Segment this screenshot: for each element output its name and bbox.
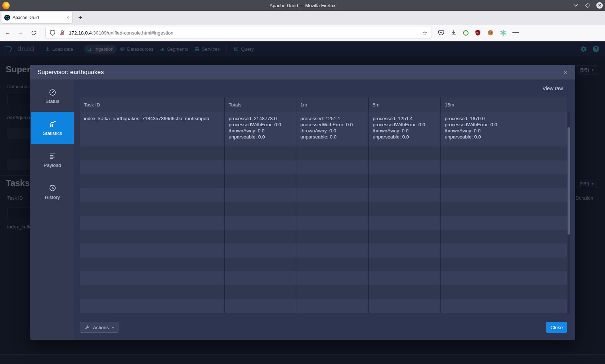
url-bar[interactable]: 172.18.0.4:30109/unified-console.html#in…	[45, 27, 431, 39]
tab-favicon	[4, 15, 10, 21]
menu-item-payload[interactable]: Payload	[31, 144, 74, 176]
history-icon	[49, 184, 57, 192]
downloads-icon[interactable]	[451, 29, 457, 36]
empty-cell	[224, 271, 296, 285]
scrollbar-thumb[interactable]	[568, 127, 570, 235]
table-row-empty	[80, 188, 567, 202]
empty-cell	[440, 244, 567, 258]
dialog-content: View raw Task ID Totals 1m 5m 15m index_…	[74, 80, 575, 340]
view-raw-link[interactable]: View raw	[542, 86, 563, 91]
empty-cell	[368, 271, 440, 285]
empty-cell	[296, 271, 368, 285]
empty-cell	[368, 146, 440, 160]
bookmark-star-icon[interactable]: ☆	[422, 29, 427, 36]
empty-cell	[440, 146, 567, 160]
empty-cell	[80, 160, 224, 174]
menu-icon[interactable]	[512, 29, 519, 36]
empty-cell	[368, 299, 440, 313]
empty-cell	[224, 258, 296, 272]
privacy-badger-icon[interactable]	[463, 30, 469, 36]
empty-cell	[440, 160, 567, 174]
menu-item-history[interactable]: History	[31, 176, 74, 208]
forward-icon[interactable]: →	[15, 27, 26, 38]
empty-cell	[368, 258, 440, 272]
empty-cell	[296, 216, 368, 230]
empty-cell	[440, 216, 567, 230]
empty-cell	[224, 285, 296, 299]
dialog-side-menu: Status Statistics Payload	[31, 80, 74, 340]
insecure-lock-icon[interactable]	[59, 29, 66, 36]
task-id-cell[interactable]: index_kafka_earthquakes_7184357396d6c0a_…	[80, 112, 224, 146]
chart-icon	[49, 120, 57, 128]
empty-cell	[296, 258, 368, 272]
stats-5m-cell: processed: 1251.4 processedWithError: 0.…	[368, 112, 440, 146]
pocket-icon[interactable]	[438, 29, 444, 36]
table-row-empty	[80, 299, 567, 313]
stats-table: Task ID Totals 1m 5m 15m index_kafka_ear…	[80, 97, 567, 313]
dialog-footer: Actions ▾ Close	[80, 322, 567, 333]
empty-cell	[368, 160, 440, 174]
window-close-icon[interactable]: ✕	[596, 2, 603, 9]
druid-app: druid Load data Ingestion Datasources	[0, 41, 605, 364]
empty-cell	[80, 202, 224, 216]
column-header-15m[interactable]: 15m	[440, 97, 567, 112]
empty-cell	[368, 285, 440, 299]
empty-cell	[440, 258, 567, 272]
empty-cell	[440, 188, 567, 202]
empty-cell	[80, 299, 224, 313]
svg-text:uO: uO	[476, 31, 479, 34]
reload-icon[interactable]	[28, 27, 39, 38]
column-header-task-id[interactable]: Task ID	[80, 97, 224, 112]
tab-apache-druid[interactable]: Apache Druid ×	[1, 12, 72, 23]
maximize-icon[interactable]	[584, 2, 591, 9]
column-header-1m[interactable]: 1m	[296, 97, 368, 112]
containers-icon[interactable]	[500, 29, 506, 36]
empty-cell	[368, 174, 440, 188]
actions-button[interactable]: Actions ▾	[80, 322, 118, 333]
cookie-icon[interactable]	[487, 29, 494, 36]
menu-item-label: History	[45, 195, 60, 200]
column-header-5m[interactable]: 5m	[368, 97, 440, 112]
url-host: 172.18.0.4	[69, 30, 92, 36]
table-row-empty	[80, 258, 567, 272]
ublock-icon[interactable]: uO	[475, 29, 481, 36]
empty-cell	[224, 160, 296, 174]
table-row-empty	[80, 244, 567, 258]
empty-cell	[296, 202, 368, 216]
empty-cell	[224, 146, 296, 160]
empty-cell	[80, 258, 224, 272]
table-row-empty	[80, 285, 567, 299]
shield-icon[interactable]	[49, 29, 56, 36]
menu-item-status[interactable]: Status	[31, 80, 74, 112]
empty-cell	[80, 188, 224, 202]
tab-close-icon[interactable]: ×	[66, 15, 69, 20]
empty-cell	[80, 285, 224, 299]
supervisor-dialog: Supervisor: earthquakes × Status St	[30, 65, 575, 340]
table-header-row: Task ID Totals 1m 5m 15m	[80, 97, 567, 112]
dialog-close-icon[interactable]: ×	[561, 68, 570, 77]
back-icon[interactable]: ←	[2, 27, 13, 38]
table-row-empty	[80, 230, 567, 244]
minimize-icon[interactable]	[573, 2, 579, 9]
empty-cell	[80, 271, 224, 285]
empty-cell	[296, 285, 368, 299]
empty-cell	[440, 202, 567, 216]
browser-titlebar: Apache Druid — Mozilla Firefox ✕	[0, 0, 605, 11]
empty-cell	[224, 244, 296, 258]
menu-item-statistics[interactable]: Statistics	[31, 112, 74, 144]
empty-cell	[296, 299, 368, 313]
stats-15m-cell: processed: 1670.0 processedWithError: 0.…	[440, 112, 567, 146]
url-text[interactable]: 172.18.0.4:30109/unified-console.html#in…	[69, 30, 419, 36]
new-tab-button[interactable]: +	[75, 12, 86, 23]
empty-cell	[80, 216, 224, 230]
empty-cell	[296, 146, 368, 160]
empty-cell	[296, 188, 368, 202]
empty-cell	[368, 244, 440, 258]
empty-cell	[368, 188, 440, 202]
menu-item-label: Status	[45, 99, 59, 104]
empty-cell	[80, 174, 224, 188]
menu-item-label: Statistics	[42, 131, 62, 136]
column-header-totals[interactable]: Totals	[224, 97, 296, 112]
empty-cell	[80, 230, 224, 244]
close-button[interactable]: Close	[546, 322, 567, 333]
